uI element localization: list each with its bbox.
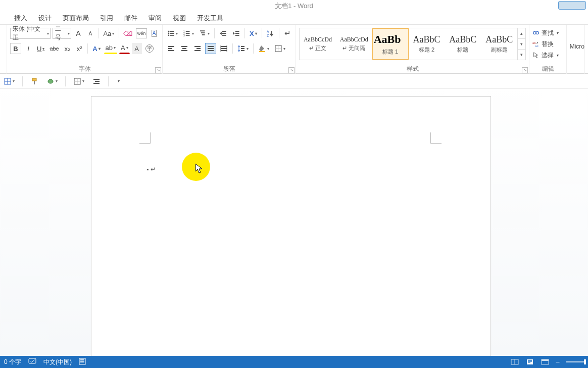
- tab-design[interactable]: 设计: [38, 14, 52, 23]
- zoom-slider[interactable]: [566, 361, 584, 362]
- show-marks-button[interactable]: ↵: [282, 28, 292, 39]
- replace-button[interactable]: abac 替换: [532, 39, 563, 49]
- style-subtitle[interactable]: AaBbC 副标题: [481, 28, 517, 60]
- decrease-indent-button[interactable]: [218, 28, 229, 39]
- font-family-combo[interactable]: 宋体 (中文正: [10, 28, 51, 39]
- svg-rect-54: [32, 78, 36, 81]
- proofing-icon[interactable]: [28, 358, 36, 366]
- justify-button[interactable]: [205, 43, 216, 54]
- qt-format-painter-button[interactable]: [29, 76, 40, 87]
- sort-button[interactable]: AZ: [265, 28, 276, 39]
- svg-rect-29: [182, 48, 186, 49]
- select-icon: [532, 52, 540, 59]
- font-group-launcher[interactable]: ↘: [155, 67, 161, 73]
- macro-icon[interactable]: [79, 358, 86, 366]
- align-center-button[interactable]: [179, 43, 190, 54]
- superscript-button[interactable]: x²: [74, 43, 84, 54]
- view-print-layout-button[interactable]: [525, 358, 534, 365]
- tab-references[interactable]: 引用: [100, 14, 113, 23]
- svg-rect-39: [221, 50, 227, 51]
- tab-page-layout[interactable]: 页面布局: [63, 14, 89, 23]
- phonetic-guide-button[interactable]: wén: [136, 28, 147, 38]
- clear-formatting-icon: ⌫: [123, 30, 132, 37]
- font-size-combo[interactable]: 二号: [53, 28, 71, 39]
- svg-rect-37: [221, 46, 227, 47]
- distribute-button[interactable]: [218, 43, 229, 54]
- tab-insert[interactable]: 插入: [14, 14, 27, 23]
- svg-rect-66: [80, 361, 84, 362]
- view-read-mode-button[interactable]: [510, 358, 519, 365]
- increase-indent-button[interactable]: [231, 28, 242, 39]
- shape-icon: [46, 77, 55, 85]
- cutoff-label: Micro: [570, 43, 584, 50]
- highlight-button[interactable]: ab: [104, 43, 117, 54]
- shading-button[interactable]: [257, 43, 271, 54]
- find-label: 查找: [542, 29, 554, 37]
- change-case-button[interactable]: Aa: [102, 28, 116, 39]
- style-heading-1[interactable]: AaBb 标题 1: [372, 28, 409, 60]
- tab-review[interactable]: 审阅: [149, 14, 162, 23]
- styles-scroll-up[interactable]: ▴: [518, 28, 525, 39]
- styles-gallery[interactable]: AaBbCcDd ↵ 正文 AaBbCcDd ↵ 无间隔 AaBb 标题 1 A…: [299, 28, 526, 60]
- bullets-icon: [167, 29, 175, 37]
- subscript-button[interactable]: x₂: [62, 43, 72, 54]
- enclose-characters-button[interactable]: 字: [144, 43, 155, 54]
- character-shading-button[interactable]: A: [132, 43, 142, 54]
- svg-rect-74: [542, 359, 549, 361]
- font-color-button[interactable]: A: [119, 43, 130, 54]
- multilevel-list-button[interactable]: [198, 28, 211, 39]
- svg-rect-33: [194, 50, 201, 51]
- border-button[interactable]: [273, 43, 287, 54]
- word-count[interactable]: 0 个字: [4, 358, 21, 366]
- view-web-layout-button[interactable]: [541, 358, 550, 365]
- language-button[interactable]: 中文(中国): [43, 358, 72, 366]
- styles-group-launcher[interactable]: ↘: [522, 67, 528, 73]
- svg-rect-71: [528, 361, 532, 362]
- italic-button[interactable]: I: [23, 43, 33, 54]
- bullets-button[interactable]: [166, 28, 179, 39]
- shrink-font-button[interactable]: A: [85, 28, 95, 39]
- style-preview-text: AaBb: [374, 33, 401, 45]
- line-spacing-button[interactable]: [236, 43, 250, 54]
- zoom-out-button[interactable]: −: [556, 358, 560, 366]
- qt-border-button[interactable]: [72, 76, 86, 87]
- style-heading-2[interactable]: AaBbC 标题 2: [409, 28, 445, 60]
- title-bar: 文档1 - Word: [0, 0, 588, 12]
- tab-mailings[interactable]: 邮件: [124, 14, 137, 23]
- qt-table-button[interactable]: [2, 76, 16, 87]
- bold-button[interactable]: B: [10, 43, 21, 54]
- paragraph-group-launcher[interactable]: ↘: [288, 67, 295, 73]
- qt-shape-button[interactable]: [45, 76, 59, 87]
- asian-layout-button[interactable]: X: [248, 28, 258, 39]
- status-bar: 0 个字 中文(中国) −: [0, 356, 588, 368]
- qt-more-button[interactable]: ▾: [115, 76, 123, 86]
- grow-font-button[interactable]: A: [73, 28, 83, 39]
- shading-icon: [258, 44, 266, 53]
- qt-indent-button[interactable]: [91, 76, 102, 87]
- svg-rect-38: [221, 48, 227, 49]
- select-button[interactable]: 选择 ▾: [532, 50, 563, 60]
- numbering-button[interactable]: 123: [181, 28, 195, 39]
- underline-button[interactable]: U: [35, 43, 46, 54]
- margin-corner-top-right: [430, 132, 442, 144]
- styles-scroll-down[interactable]: ▾: [518, 39, 525, 50]
- style-no-spacing[interactable]: AaBbCcDd ↵ 无间隔: [336, 28, 372, 60]
- style-preview-text: AaBbCcDd: [340, 36, 368, 43]
- help-button[interactable]: [558, 1, 586, 10]
- style-normal[interactable]: AaBbCcDd ↵ 正文: [300, 28, 336, 60]
- document-canvas[interactable]: [0, 90, 588, 356]
- styles-scroll[interactable]: ▴ ▾ ▾: [517, 28, 525, 60]
- tab-developer[interactable]: 开发工具: [197, 14, 223, 23]
- find-button[interactable]: 查找 ▾: [532, 28, 563, 38]
- clear-formatting-button[interactable]: ⌫: [122, 28, 134, 39]
- style-preview-text: AaBbC: [485, 34, 513, 44]
- styles-expand[interactable]: ▾: [518, 50, 525, 60]
- cutoff-group: Micro: [567, 25, 585, 74]
- text-effects-button[interactable]: A: [91, 43, 102, 54]
- character-border-button[interactable]: A: [149, 28, 159, 39]
- tab-view[interactable]: 视图: [173, 14, 186, 23]
- align-right-button[interactable]: [192, 43, 203, 54]
- strikethrough-button[interactable]: abc: [48, 43, 60, 54]
- style-title[interactable]: AaBbC 标题: [445, 28, 481, 60]
- align-left-button[interactable]: [166, 43, 177, 54]
